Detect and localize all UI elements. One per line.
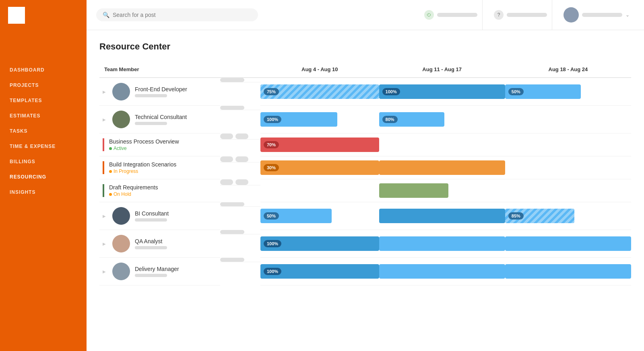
bar: 100%	[260, 112, 337, 127]
sidebar-nav: DASHBOARD PROJECTS TEMPLATES ESTIMATES T…	[0, 30, 87, 200]
expand-icon[interactable]: ▶	[103, 90, 107, 94]
bar-percentage: 100%	[264, 268, 281, 275]
bar: 100%	[260, 236, 379, 251]
week-cell: 75%	[260, 78, 379, 106]
bar-percentage: 85%	[508, 212, 524, 220]
member-name: QA Analyst	[135, 238, 167, 244]
bar-container	[505, 235, 631, 252]
col-header-week3: Aug 18 - Aug 24	[505, 63, 631, 78]
action-pill	[220, 230, 244, 234]
member-avatar	[112, 235, 130, 252]
week-cell-empty	[505, 133, 631, 156]
action-pill	[220, 179, 233, 185]
col-header-member: Team Member	[99, 63, 220, 78]
bar-percentage: 80%	[382, 116, 398, 123]
bar: 80%	[379, 112, 445, 127]
project-name: Draft Requirements	[109, 184, 217, 191]
table-row: Business Process Overview Active 70%	[99, 133, 631, 156]
sidebar-item-insights[interactable]: INSIGHTS	[0, 185, 87, 200]
actions-cell	[220, 156, 260, 162]
sidebar-item-estimates[interactable]: ESTIMATES	[0, 108, 87, 123]
table-row: ▶ Front-End Developer 75%	[99, 78, 631, 106]
bar-container: 80%	[379, 111, 505, 128]
action-pill	[220, 202, 244, 206]
week-cell-empty	[505, 106, 631, 133]
action-pill	[220, 78, 244, 82]
expand-icon[interactable]: ▶	[103, 242, 107, 246]
member-avatar	[112, 263, 130, 280]
week-cell: 100%	[379, 78, 505, 106]
logo-icon	[11, 10, 22, 21]
topbar-timer-text	[437, 13, 477, 17]
member-sub	[135, 122, 167, 125]
table-body: ▶ Front-End Developer 75%	[99, 78, 631, 285]
search-box[interactable]: 🔍	[96, 8, 258, 21]
main-area: 🔍 ⏲ ? ⌄ Resource Center Team Member Aug	[87, 0, 644, 351]
topbar-timer[interactable]: ⏲	[419, 0, 483, 30]
project-cell: Business Process Overview Active	[99, 133, 220, 156]
action-pill	[235, 179, 248, 185]
action-pill	[220, 133, 233, 139]
sidebar-item-templates[interactable]: TEMPLATES	[0, 93, 87, 108]
member-name: Delivery Manager	[135, 266, 179, 272]
timer-icon: ⏲	[424, 10, 434, 20]
bar-container	[379, 207, 505, 225]
svg-marker-1	[17, 10, 22, 20]
member-name: BI Consultant	[135, 210, 169, 217]
project-status: In Progress	[109, 168, 217, 174]
week-cell: 50%	[260, 202, 379, 230]
week-cell: 100%	[260, 230, 379, 258]
svg-marker-0	[12, 10, 17, 20]
week-cell: 100%	[260, 258, 379, 285]
member-sub	[135, 246, 167, 249]
week-cell: 70%	[260, 133, 379, 156]
member-avatar	[112, 207, 130, 225]
bar-container: 100%	[260, 263, 379, 280]
week-cell-empty	[379, 133, 505, 156]
bar-container: 50%	[260, 207, 379, 225]
bar-percentage: 50%	[508, 88, 524, 95]
sidebar-item-billings[interactable]: BILLINGS	[0, 154, 87, 169]
bar-container: 50%	[505, 83, 631, 101]
sidebar: DASHBOARD PROJECTS TEMPLATES ESTIMATES T…	[0, 0, 87, 351]
user-dropdown-icon[interactable]: ⌄	[625, 12, 630, 18]
member-sub	[135, 94, 167, 97]
actions-cell	[220, 202, 260, 207]
expand-icon[interactable]: ▶	[103, 117, 107, 122]
week-cell	[379, 258, 505, 285]
topbar-help[interactable]: ?	[489, 0, 552, 30]
bar: 100%	[379, 84, 505, 99]
sidebar-item-dashboard[interactable]: DASHBOARD	[0, 62, 87, 78]
logo-mark	[8, 7, 25, 24]
member-avatar	[112, 83, 130, 101]
actions-cell	[220, 78, 260, 82]
week-cell: 100%	[260, 106, 379, 133]
table-row: ▶ QA Analyst 100%	[99, 230, 631, 258]
expand-icon[interactable]: ▶	[103, 214, 107, 218]
search-input[interactable]	[113, 12, 252, 18]
bar-container: 100%	[379, 83, 505, 101]
sidebar-item-time-expense[interactable]: TIME & EXPENSE	[0, 139, 87, 154]
sidebar-item-resourcing[interactable]: RESOURCING	[0, 169, 87, 185]
topbar-user[interactable]: ⌄	[559, 0, 634, 30]
week-cell	[379, 230, 505, 258]
member-cell: ▶ Delivery Manager	[99, 258, 220, 285]
actions-cell	[220, 133, 260, 140]
week-cell: 30%	[260, 156, 379, 179]
member-cell: ▶ Front-End Developer	[99, 78, 220, 106]
sidebar-item-tasks[interactable]: TASKS	[0, 123, 87, 139]
table-row: ▶ BI Consultant 50%	[99, 202, 631, 230]
project-name: Build Integration Scenarios	[109, 161, 217, 168]
project-cell: Draft Requirements On Hold	[99, 179, 220, 202]
status-dot-icon	[109, 147, 112, 150]
action-pill	[235, 133, 248, 139]
bar-container: 85%	[505, 207, 631, 225]
sidebar-item-projects[interactable]: PROJECTS	[0, 78, 87, 93]
bar	[379, 236, 505, 251]
expand-icon[interactable]: ▶	[103, 269, 107, 274]
bar	[505, 236, 631, 251]
topbar-help-text	[507, 13, 547, 17]
week-cell	[505, 230, 631, 258]
bar-percentage: 50%	[264, 212, 279, 220]
help-icon: ?	[494, 10, 504, 20]
